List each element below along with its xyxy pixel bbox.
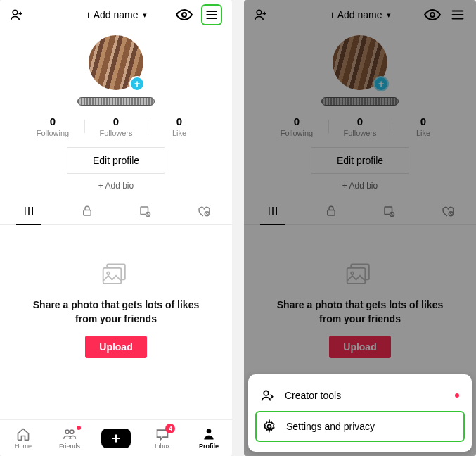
username-redacted [77,97,155,106]
notification-dot [455,393,459,398]
avatar[interactable]: + [89,35,143,90]
friends-icon [62,427,77,441]
friends-badge-dot [77,426,81,430]
sheet-settings-privacy-highlighted[interactable]: Settings and privacy [255,411,465,442]
action-sheet: Creator tools Settings and privacy [248,374,472,452]
nav-home[interactable]: Home [0,427,46,450]
nav-profile[interactable]: Profile [186,427,232,450]
svg-point-0 [13,10,18,15]
svg-point-23 [207,429,212,433]
tab-grid[interactable] [0,198,58,224]
plus-icon [110,433,122,444]
svg-point-20 [70,430,74,433]
svg-rect-10 [84,210,91,216]
photo-stack-icon [101,260,131,289]
add-name-dropdown[interactable]: + Add name ▾ [85,9,146,20]
edit-profile-button[interactable]: Edit profile [67,147,165,174]
svg-point-3 [182,13,186,17]
profile-screen-with-menu-highlight: + Add name ▾ + 0 Following 0 Followers 0 [0,0,232,456]
nav-inbox[interactable]: Inbox 4 [139,427,186,450]
avatar-section: + [0,30,232,106]
inbox-badge: 4 [165,424,175,433]
menu-button-highlighted[interactable] [201,4,222,25]
add-person-icon[interactable] [10,8,24,22]
stat-followers[interactable]: 0 Followers [84,115,148,137]
upload-button[interactable]: Upload [85,336,146,358]
home-icon [15,427,31,441]
view-as-icon[interactable] [176,6,193,23]
header: + Add name ▾ [0,0,232,30]
add-bio-button[interactable]: + Add bio [0,181,232,191]
tab-reposts[interactable] [116,198,174,224]
person-icon [261,388,275,403]
svg-point-43 [264,391,269,395]
sheet-creator-tools[interactable]: Creator tools [248,380,472,411]
avatar-plus-icon[interactable]: + [129,76,145,91]
svg-point-19 [65,430,69,433]
stat-likes[interactable]: 0 Like [148,115,211,137]
empty-state-text: Share a photo that gets lots of likes fr… [0,298,232,326]
bottom-nav: Home Friends Inbox 4 Profile [0,419,232,456]
profile-tabs [0,198,232,225]
empty-state: Share a photo that gets lots of likes fr… [0,225,232,419]
svg-point-44 [268,425,271,429]
nav-friends[interactable]: Friends [46,427,93,450]
svg-line-15 [205,213,209,216]
stats-row: 0 Following 0 Followers 0 Like [0,115,232,137]
chevron-down-icon: ▾ [143,11,147,20]
profile-icon [201,427,217,441]
nav-create[interactable] [93,429,139,448]
add-name-label: + Add name [85,9,138,20]
create-button[interactable] [101,429,131,448]
stat-following[interactable]: 0 Following [21,115,84,137]
gear-icon [262,419,276,433]
tab-liked[interactable] [174,198,233,224]
tab-private[interactable] [58,198,117,224]
svg-rect-17 [103,268,122,284]
profile-screen-with-action-sheet: + Add name ▾ + 0 Following 0 Followers 0 [244,0,476,456]
